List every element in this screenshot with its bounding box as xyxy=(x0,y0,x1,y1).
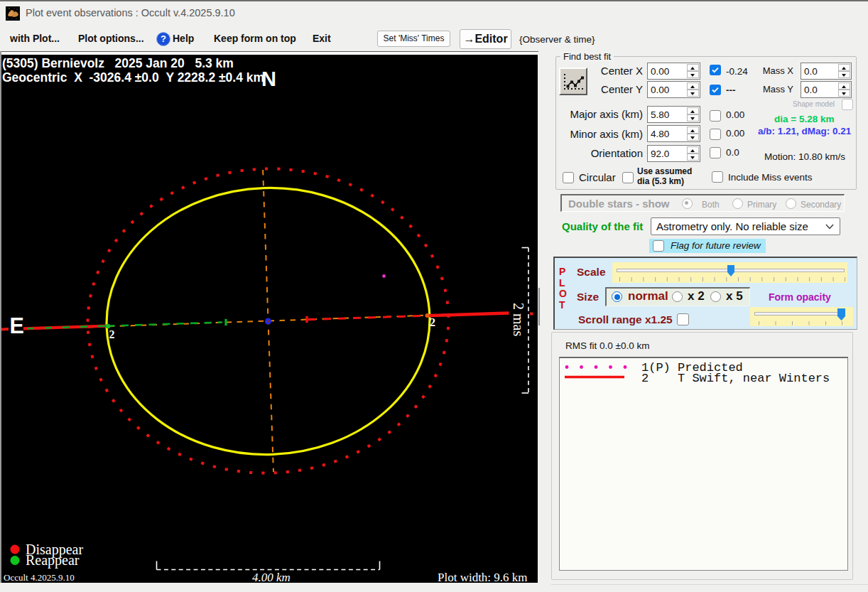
svg-text:Reappear: Reappear xyxy=(26,552,80,569)
svg-text:2: 2 xyxy=(430,316,435,328)
svg-text:2: 2 xyxy=(109,328,115,340)
svg-text:(5305) Bernievolz 2025 Jan 2: (5305) Bernievolz 2025 Jan 20 5.3 km xyxy=(2,56,234,70)
svg-text:T Swift, near Winters: T Swift, near Winters xyxy=(678,372,830,385)
svg-text:Geocentric X -3026.4 ±0.0 Y: Geocentric X -3026.4 ±0.0 Y 2228.2 ±0.4 … xyxy=(2,70,264,85)
svg-text:E: E xyxy=(10,313,24,338)
svg-text:2: 2 xyxy=(641,372,649,385)
svg-text:N: N xyxy=(261,68,276,90)
svg-text:Occult 4.2025.9.10: Occult 4.2025.9.10 xyxy=(4,572,75,583)
svg-text:4.00 km: 4.00 km xyxy=(252,571,291,583)
svg-text:Plot width: 9.6 km: Plot width: 9.6 km xyxy=(438,571,528,583)
svg-text:2 mas: 2 mas xyxy=(511,303,526,336)
